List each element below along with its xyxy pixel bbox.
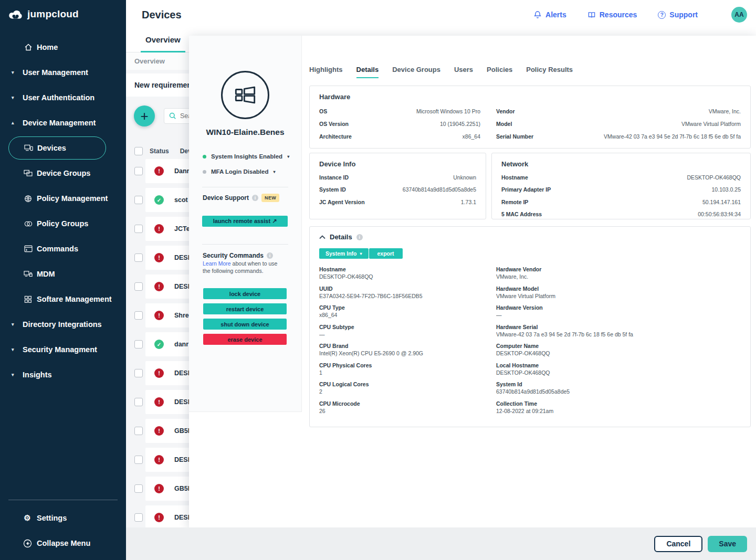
- sidebar-item-devices[interactable]: Devices: [8, 136, 106, 160]
- top-header: Devices Alerts Resources ? Support AA: [126, 0, 756, 29]
- launch-remote-assist-button[interactable]: launch remote assist ↗: [202, 216, 288, 227]
- alerts-link[interactable]: Alerts: [533, 10, 566, 19]
- row-checkbox[interactable]: [134, 427, 143, 435]
- sidebar-item-policy-groups[interactable]: Policy Groups: [0, 211, 126, 236]
- sidebar-item-policy-management[interactable]: Policy Management: [0, 186, 126, 211]
- divider: [202, 244, 288, 245]
- cancel-button[interactable]: Cancel: [654, 536, 702, 552]
- avatar[interactable]: AA: [731, 7, 747, 23]
- sidebar-item-label: Collapse Menu: [37, 539, 90, 547]
- divider: [8, 500, 118, 500]
- status-glyph: !: [158, 283, 160, 290]
- device-name: danr: [174, 341, 188, 348]
- erase-device-button[interactable]: erase device: [203, 334, 287, 345]
- sidebar-item-device-groups[interactable]: Device Groups: [0, 161, 126, 186]
- status-glyph: !: [158, 457, 160, 463]
- field-value: 00:50:56:83:f4:34: [698, 211, 741, 217]
- header-links: Alerts Resources ? Support AA: [533, 7, 747, 23]
- device-info-row: Instance ID Unknown: [319, 171, 476, 184]
- field-value: VMware, Inc.: [709, 108, 741, 114]
- field-label: CPU Microcode: [319, 400, 495, 407]
- row-checkbox[interactable]: [134, 484, 143, 493]
- support-link[interactable]: ? Support: [658, 10, 698, 19]
- device-name: Shre: [174, 312, 189, 319]
- add-device-button[interactable]: +: [134, 105, 155, 126]
- status-icon: ✓: [154, 195, 164, 205]
- field-label: Hardware Model: [496, 286, 741, 292]
- detail-tabs: Highlights Details Device Groups Users P…: [309, 66, 751, 78]
- shutdown-device-button[interactable]: shut down device: [203, 319, 287, 330]
- detail-tab[interactable]: Policy Results: [526, 66, 573, 78]
- detail-tab[interactable]: Policies: [487, 66, 512, 78]
- sidebar-item-device-management[interactable]: ▴ Device Management: [0, 110, 126, 135]
- sidebar-item-mdm[interactable]: MDM: [0, 261, 126, 287]
- detail-tab[interactable]: Highlights: [309, 66, 343, 78]
- detail-tab[interactable]: Device Groups: [392, 66, 440, 78]
- field-value: 10 (19045.2251): [440, 121, 480, 127]
- tab-overview[interactable]: Overview: [134, 57, 165, 65]
- save-button[interactable]: Save: [708, 536, 747, 552]
- status-glyph: ✓: [157, 197, 161, 203]
- detail-field: CPU Logical Cores 2: [319, 381, 495, 395]
- row-checkbox[interactable]: [134, 253, 143, 262]
- sidebar-item-directory-integrations[interactable]: ▾ Directory Integrations: [0, 312, 126, 337]
- sidebar-item-insights[interactable]: ▾ Insights: [0, 362, 126, 387]
- sidebar-item-user-management[interactable]: ▾ User Management: [0, 60, 126, 85]
- row-checkbox[interactable]: [134, 398, 143, 406]
- network-row: Hostname DESKTOP-OK468QQ: [501, 171, 741, 184]
- export-button[interactable]: export: [369, 248, 403, 259]
- field-label: Instance ID: [319, 174, 349, 181]
- detail-field: CPU Subtype —: [319, 324, 495, 337]
- green-dot-icon: [203, 155, 206, 159]
- sidebar-item-commands[interactable]: Commands: [0, 236, 126, 261]
- software-management-icon: [24, 295, 33, 303]
- tab-overview-primary[interactable]: Overview: [141, 29, 185, 52]
- row-checkbox[interactable]: [134, 513, 143, 522]
- info-icon[interactable]: i: [356, 234, 363, 240]
- status-icon: !: [154, 426, 164, 436]
- sidebar-item-collapse-menu[interactable]: Collapse Menu: [0, 531, 126, 556]
- row-checkbox[interactable]: [134, 311, 143, 320]
- field-value: VMware, Inc.: [496, 273, 741, 280]
- select-all-checkbox[interactable]: [134, 147, 143, 155]
- logo-text: jumpcloud: [27, 8, 79, 20]
- resources-label: Resources: [600, 10, 637, 19]
- row-checkbox[interactable]: [134, 225, 143, 233]
- detail-tab[interactable]: Users: [454, 66, 473, 78]
- device-support-header: Device Support i NEW: [203, 194, 279, 202]
- row-checkbox[interactable]: [134, 196, 143, 204]
- resources-link[interactable]: Resources: [587, 10, 637, 19]
- hardware-row: Model VMware Virtual Platform: [496, 118, 741, 130]
- lock-device-button[interactable]: lock device: [203, 288, 287, 299]
- field-value: 50.194.147.161: [702, 199, 741, 205]
- info-icon[interactable]: i: [252, 195, 258, 201]
- sidebar-item-security-management[interactable]: ▾ Security Managment: [0, 337, 126, 362]
- sidebar-item-software-management[interactable]: Softare Management: [0, 287, 126, 312]
- field-label: 5 MAC Address: [501, 211, 542, 217]
- row-checkbox[interactable]: [134, 340, 143, 348]
- detail-tab[interactable]: Details: [356, 66, 379, 78]
- system-insights-dropdown[interactable]: System Insights Enabled ▾: [203, 153, 289, 160]
- restart-device-button[interactable]: restart device: [203, 303, 287, 314]
- learn-more-link[interactable]: Learn More: [203, 260, 231, 267]
- row-checkbox[interactable]: [134, 282, 143, 291]
- device-detail-content: Highlights Details Device Groups Users P…: [302, 66, 756, 427]
- row-checkbox[interactable]: [134, 167, 143, 175]
- detail-field: Collection Time 12-08-2022 at 09:21am: [496, 400, 741, 414]
- collapse-chevron-icon[interactable]: [319, 235, 326, 239]
- device-name: DESI: [174, 283, 190, 290]
- field-label: OS Version: [319, 121, 349, 127]
- details-title: Details: [330, 233, 352, 241]
- info-icon[interactable]: i: [267, 252, 273, 259]
- sidebar-item-settings[interactable]: ⚙ Settings: [0, 505, 126, 531]
- jumpcloud-logo[interactable]: jumpcloud: [0, 0, 126, 20]
- sidebar-item-user-authentication[interactable]: ▾ User Authentication: [0, 85, 126, 110]
- row-checkbox[interactable]: [134, 369, 143, 377]
- system-info-dropdown-button[interactable]: System Info ▾: [319, 248, 369, 259]
- row-checkbox[interactable]: [134, 456, 143, 464]
- sidebar-item-home[interactable]: Home: [0, 35, 126, 60]
- field-value: VMware Virtual Platform: [496, 293, 741, 299]
- mfa-login-dropdown[interactable]: MFA Login Disabled ▾: [203, 168, 275, 175]
- sidebar-item-label: MDM: [37, 270, 55, 278]
- field-label: Primary Adapter IP: [501, 186, 551, 193]
